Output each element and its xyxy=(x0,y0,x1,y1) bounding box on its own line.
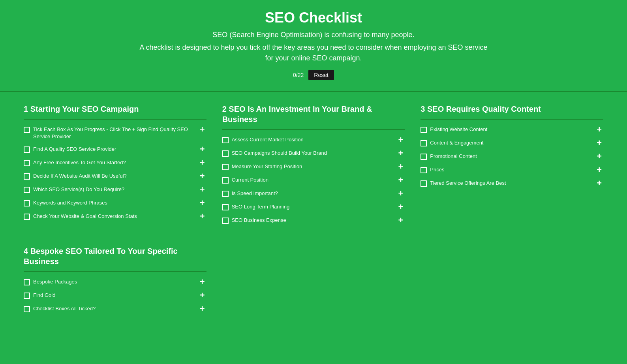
list-item: Current Position + xyxy=(222,176,405,184)
checkbox-1-3[interactable] xyxy=(24,160,30,166)
list-item: SEO Long Term Planning + xyxy=(222,203,405,211)
expand-button[interactable]: + xyxy=(198,185,206,194)
expand-button[interactable]: + xyxy=(595,179,603,188)
section-2-title: 2 SEO Is An Investment In Your Brand & B… xyxy=(222,104,405,124)
item-label: Existing Website Content xyxy=(430,126,487,133)
list-item: Which SEO Service(s) Do You Require? + xyxy=(24,186,206,194)
list-item: Content & Engagement + xyxy=(421,139,603,147)
section-3-divider xyxy=(421,119,603,120)
item-label: Bespoke Packages xyxy=(33,278,77,285)
item-label: Which SEO Service(s) Do You Require? xyxy=(33,186,124,193)
checkbox-2-2[interactable] xyxy=(222,150,229,157)
item-label: Measure Your Starting Position xyxy=(232,163,302,170)
checkbox-1-2[interactable] xyxy=(24,146,30,153)
checkbox-1-1[interactable] xyxy=(24,127,30,133)
expand-button[interactable]: + xyxy=(396,176,405,184)
expand-button[interactable]: + xyxy=(396,135,405,144)
list-item: SEO Business Expense + xyxy=(222,217,405,225)
checkbox-1-6[interactable] xyxy=(24,200,30,206)
expand-button[interactable]: + xyxy=(198,304,206,313)
item-label: SEO Long Term Planning xyxy=(232,203,289,210)
list-item: Bespoke Packages + xyxy=(24,278,206,286)
item-label: Assess Current Market Position xyxy=(232,136,304,143)
checkbox-3-3[interactable] xyxy=(421,154,427,160)
item-label: Tiered Service Offerings Are Best xyxy=(430,180,506,187)
expand-button[interactable]: + xyxy=(595,139,603,147)
expand-button[interactable]: + xyxy=(595,165,603,174)
section-1-divider xyxy=(24,119,206,120)
list-item: Decide If A Website Audit Will Be Useful… xyxy=(24,173,206,180)
expand-button[interactable]: + xyxy=(595,125,603,134)
item-label: Is Speed Important? xyxy=(232,190,278,197)
list-item: Promotional Content + xyxy=(421,153,603,161)
item-label: Promotional Content xyxy=(430,153,477,160)
checkbox-2-3[interactable] xyxy=(222,164,229,170)
expand-button[interactable]: + xyxy=(198,172,206,180)
item-label: Keywords and Keyword Phrases xyxy=(33,199,107,206)
expand-button[interactable]: + xyxy=(198,145,206,154)
expand-button[interactable]: + xyxy=(198,212,206,221)
reset-button[interactable]: Reset xyxy=(308,70,334,80)
expand-button[interactable]: + xyxy=(396,216,405,225)
expand-button[interactable]: + xyxy=(396,149,405,158)
item-label: Prices xyxy=(430,166,444,173)
item-label: Find Gold xyxy=(33,292,55,299)
item-label: Find A Quality SEO Service Provider xyxy=(33,146,116,153)
expand-button[interactable]: + xyxy=(198,291,206,300)
checkbox-2-5[interactable] xyxy=(222,191,229,197)
header: SEO Checklist SEO (Search Engine Optimis… xyxy=(0,0,627,91)
list-item: Tick Each Box As You Progress - Click Th… xyxy=(24,126,206,140)
checkbox-2-1[interactable] xyxy=(222,137,229,143)
page-title: SEO Checklist xyxy=(16,9,611,26)
checkbox-1-5[interactable] xyxy=(24,187,30,193)
list-item: Checklist Boxes All Ticked? + xyxy=(24,305,206,313)
expand-button[interactable]: + xyxy=(595,152,603,161)
checkbox-2-6[interactable] xyxy=(222,204,229,210)
checkbox-3-2[interactable] xyxy=(421,140,427,146)
item-label: Check Your Website & Goal Conversion Sta… xyxy=(33,213,137,220)
checkbox-2-7[interactable] xyxy=(222,218,229,224)
expand-button[interactable]: + xyxy=(396,162,405,171)
section-4-title: 4 Bespoke SEO Tailored To Your Specific … xyxy=(24,246,206,266)
checkbox-3-1[interactable] xyxy=(421,127,427,133)
expand-button[interactable]: + xyxy=(198,199,206,207)
item-label: Decide If A Website Audit Will Be Useful… xyxy=(33,173,127,180)
checkbox-4-2[interactable] xyxy=(24,293,30,299)
section-3: 3 SEO Requires Quality Content Existing … xyxy=(421,104,603,230)
list-item: Is Speed Important? + xyxy=(222,190,405,198)
list-item: Any Free Incentives To Get You Started? … xyxy=(24,159,206,167)
list-item: Keywords and Keyword Phrases + xyxy=(24,199,206,207)
section-2: 2 SEO Is An Investment In Your Brand & B… xyxy=(222,104,405,230)
expand-button[interactable]: + xyxy=(396,189,405,198)
checkbox-1-7[interactable] xyxy=(24,214,30,220)
progress-row: 0/22 Reset xyxy=(16,70,611,80)
checkbox-3-5[interactable] xyxy=(421,180,427,187)
section-2-divider xyxy=(222,129,405,130)
list-item: Measure Your Starting Position + xyxy=(222,163,405,171)
list-item: Tiered Service Offerings Are Best + xyxy=(421,180,603,188)
checkbox-1-4[interactable] xyxy=(24,173,30,180)
checkbox-4-3[interactable] xyxy=(24,306,30,312)
section-1: 1 Starting Your SEO Campaign Tick Each B… xyxy=(24,104,206,230)
list-item: Check Your Website & Goal Conversion Sta… xyxy=(24,213,206,221)
expand-button[interactable]: + xyxy=(198,125,206,134)
item-label: SEO Business Expense xyxy=(232,217,286,224)
expand-button[interactable]: + xyxy=(198,278,206,286)
section-1-title: 1 Starting Your SEO Campaign xyxy=(24,104,206,114)
checkbox-2-4[interactable] xyxy=(222,177,229,184)
list-item: Find A Quality SEO Service Provider + xyxy=(24,146,206,154)
item-label: SEO Campaigns Should Build Your Brand xyxy=(232,150,327,157)
section-3-title: 3 SEO Requires Quality Content xyxy=(421,104,603,114)
section-4: 4 Bespoke SEO Tailored To Your Specific … xyxy=(24,246,206,319)
list-item: SEO Campaigns Should Build Your Brand + xyxy=(222,150,405,158)
section-4-row: 4 Bespoke SEO Tailored To Your Specific … xyxy=(24,246,603,319)
progress-count: 0/22 xyxy=(293,72,304,78)
checkbox-4-1[interactable] xyxy=(24,279,30,285)
checkbox-3-4[interactable] xyxy=(421,167,427,173)
item-label: Content & Engagement xyxy=(430,139,483,146)
expand-button[interactable]: + xyxy=(396,203,405,211)
section-4-divider xyxy=(24,271,206,272)
item-label: Current Position xyxy=(232,176,268,184)
list-item: Find Gold + xyxy=(24,292,206,300)
expand-button[interactable]: + xyxy=(198,158,206,167)
